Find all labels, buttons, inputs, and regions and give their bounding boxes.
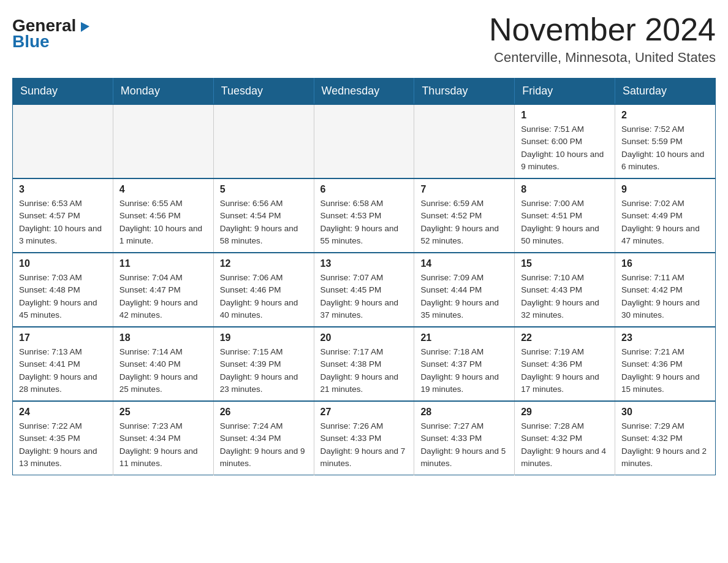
day-info: Sunrise: 6:55 AM Sunset: 4:56 PM Dayligh… xyxy=(119,197,207,247)
day-info: Sunrise: 7:09 AM Sunset: 4:44 PM Dayligh… xyxy=(420,272,508,321)
day-number: 21 xyxy=(420,332,508,343)
day-info: Sunrise: 7:11 AM Sunset: 4:42 PM Dayligh… xyxy=(621,272,709,321)
weekday-header-thursday: Thursday xyxy=(414,79,515,105)
month-title: November 2024 xyxy=(489,12,716,47)
calendar-cell: 10Sunrise: 7:03 AM Sunset: 4:48 PM Dayli… xyxy=(13,253,113,327)
day-info: Sunrise: 7:00 AM Sunset: 4:51 PM Dayligh… xyxy=(521,197,609,247)
calendar-header: SundayMondayTuesdayWednesdayThursdayFrid… xyxy=(13,79,716,105)
calendar-cell: 6Sunrise: 6:58 AM Sunset: 4:53 PM Daylig… xyxy=(314,178,414,253)
location: Centerville, Minnesota, United States xyxy=(489,50,716,66)
day-number: 14 xyxy=(420,258,508,269)
svg-marker-0 xyxy=(81,22,89,32)
day-info: Sunrise: 6:58 AM Sunset: 4:53 PM Dayligh… xyxy=(320,197,408,247)
calendar-week-2: 3Sunrise: 6:53 AM Sunset: 4:57 PM Daylig… xyxy=(13,178,716,253)
day-info: Sunrise: 7:15 AM Sunset: 4:39 PM Dayligh… xyxy=(220,346,308,396)
logo-blue: Blue xyxy=(12,32,50,52)
calendar-cell: 24Sunrise: 7:22 AM Sunset: 4:35 PM Dayli… xyxy=(13,401,113,475)
day-info: Sunrise: 7:29 AM Sunset: 4:32 PM Dayligh… xyxy=(621,420,709,470)
day-info: Sunrise: 7:14 AM Sunset: 4:40 PM Dayligh… xyxy=(119,346,207,396)
calendar-week-4: 17Sunrise: 7:13 AM Sunset: 4:41 PM Dayli… xyxy=(13,327,716,401)
weekday-header-sunday: Sunday xyxy=(13,79,113,105)
day-number: 16 xyxy=(621,258,709,269)
calendar-cell: 9Sunrise: 7:02 AM Sunset: 4:49 PM Daylig… xyxy=(615,178,716,253)
day-number: 17 xyxy=(19,332,107,343)
day-info: Sunrise: 7:28 AM Sunset: 4:32 PM Dayligh… xyxy=(521,420,609,470)
day-info: Sunrise: 7:10 AM Sunset: 4:43 PM Dayligh… xyxy=(521,272,609,321)
calendar-cell: 23Sunrise: 7:21 AM Sunset: 4:36 PM Dayli… xyxy=(615,327,716,401)
calendar-cell: 5Sunrise: 6:56 AM Sunset: 4:54 PM Daylig… xyxy=(213,178,314,253)
calendar-cell: 15Sunrise: 7:10 AM Sunset: 4:43 PM Dayli… xyxy=(515,253,615,327)
calendar-cell: 26Sunrise: 7:24 AM Sunset: 4:34 PM Dayli… xyxy=(213,401,314,475)
calendar-cell: 27Sunrise: 7:26 AM Sunset: 4:33 PM Dayli… xyxy=(314,401,414,475)
day-info: Sunrise: 7:17 AM Sunset: 4:38 PM Dayligh… xyxy=(320,346,408,396)
day-info: Sunrise: 6:53 AM Sunset: 4:57 PM Dayligh… xyxy=(19,197,107,247)
day-number: 13 xyxy=(320,258,408,269)
day-number: 23 xyxy=(621,332,709,343)
calendar-cell: 21Sunrise: 7:18 AM Sunset: 4:37 PM Dayli… xyxy=(414,327,515,401)
calendar-cell: 3Sunrise: 6:53 AM Sunset: 4:57 PM Daylig… xyxy=(13,178,113,253)
day-number: 2 xyxy=(621,110,709,121)
day-number: 20 xyxy=(320,332,408,343)
day-number: 12 xyxy=(220,258,308,269)
calendar-cell: 20Sunrise: 7:17 AM Sunset: 4:38 PM Dayli… xyxy=(314,327,414,401)
logo: General Blue xyxy=(12,12,92,52)
calendar-cell: 7Sunrise: 6:59 AM Sunset: 4:52 PM Daylig… xyxy=(414,178,515,253)
day-info: Sunrise: 6:59 AM Sunset: 4:52 PM Dayligh… xyxy=(420,197,508,247)
day-number: 9 xyxy=(621,184,709,195)
calendar-cell xyxy=(414,104,515,178)
calendar-cell xyxy=(13,104,113,178)
weekday-header-monday: Monday xyxy=(113,79,213,105)
day-number: 10 xyxy=(19,258,107,269)
day-info: Sunrise: 7:22 AM Sunset: 4:35 PM Dayligh… xyxy=(19,420,107,470)
calendar-cell: 8Sunrise: 7:00 AM Sunset: 4:51 PM Daylig… xyxy=(515,178,615,253)
calendar-cell: 18Sunrise: 7:14 AM Sunset: 4:40 PM Dayli… xyxy=(113,327,213,401)
day-number: 15 xyxy=(521,258,609,269)
day-number: 28 xyxy=(420,407,508,418)
calendar-week-5: 24Sunrise: 7:22 AM Sunset: 4:35 PM Dayli… xyxy=(13,401,716,475)
calendar-cell: 2Sunrise: 7:52 AM Sunset: 5:59 PM Daylig… xyxy=(615,104,716,178)
day-number: 30 xyxy=(621,407,709,418)
calendar-cell: 14Sunrise: 7:09 AM Sunset: 4:44 PM Dayli… xyxy=(414,253,515,327)
day-info: Sunrise: 7:27 AM Sunset: 4:33 PM Dayligh… xyxy=(420,420,508,470)
day-info: Sunrise: 6:56 AM Sunset: 4:54 PM Dayligh… xyxy=(220,197,308,247)
title-block: November 2024 Centerville, Minnesota, Un… xyxy=(489,12,716,66)
day-number: 18 xyxy=(119,332,207,343)
calendar-cell: 12Sunrise: 7:06 AM Sunset: 4:46 PM Dayli… xyxy=(213,253,314,327)
day-number: 1 xyxy=(521,110,609,121)
day-number: 29 xyxy=(521,407,609,418)
day-number: 3 xyxy=(19,184,107,195)
calendar-cell xyxy=(213,104,314,178)
day-number: 19 xyxy=(220,332,308,343)
calendar-week-1: 1Sunrise: 7:51 AM Sunset: 6:00 PM Daylig… xyxy=(13,104,716,178)
day-info: Sunrise: 7:21 AM Sunset: 4:36 PM Dayligh… xyxy=(621,346,709,396)
calendar-week-3: 10Sunrise: 7:03 AM Sunset: 4:48 PM Dayli… xyxy=(13,253,716,327)
calendar-cell xyxy=(314,104,414,178)
calendar-cell: 28Sunrise: 7:27 AM Sunset: 4:33 PM Dayli… xyxy=(414,401,515,475)
day-number: 11 xyxy=(119,258,207,269)
calendar-cell: 16Sunrise: 7:11 AM Sunset: 4:42 PM Dayli… xyxy=(615,253,716,327)
day-info: Sunrise: 7:03 AM Sunset: 4:48 PM Dayligh… xyxy=(19,272,107,321)
calendar-cell: 22Sunrise: 7:19 AM Sunset: 4:36 PM Dayli… xyxy=(515,327,615,401)
weekday-header-wednesday: Wednesday xyxy=(314,79,414,105)
calendar-cell: 11Sunrise: 7:04 AM Sunset: 4:47 PM Dayli… xyxy=(113,253,213,327)
day-info: Sunrise: 7:23 AM Sunset: 4:34 PM Dayligh… xyxy=(119,420,207,470)
calendar-cell: 17Sunrise: 7:13 AM Sunset: 4:41 PM Dayli… xyxy=(13,327,113,401)
day-info: Sunrise: 7:02 AM Sunset: 4:49 PM Dayligh… xyxy=(621,197,709,247)
day-number: 26 xyxy=(220,407,308,418)
day-info: Sunrise: 7:24 AM Sunset: 4:34 PM Dayligh… xyxy=(220,420,308,470)
day-number: 5 xyxy=(220,184,308,195)
weekday-header-saturday: Saturday xyxy=(615,79,716,105)
day-info: Sunrise: 7:18 AM Sunset: 4:37 PM Dayligh… xyxy=(420,346,508,396)
day-number: 25 xyxy=(119,407,207,418)
logo-triangle-icon xyxy=(78,20,92,33)
day-number: 22 xyxy=(521,332,609,343)
day-info: Sunrise: 7:07 AM Sunset: 4:45 PM Dayligh… xyxy=(320,272,408,321)
day-info: Sunrise: 7:26 AM Sunset: 4:33 PM Dayligh… xyxy=(320,420,408,470)
calendar-table: SundayMondayTuesdayWednesdayThursdayFrid… xyxy=(12,78,716,475)
day-number: 6 xyxy=(320,184,408,195)
day-info: Sunrise: 7:13 AM Sunset: 4:41 PM Dayligh… xyxy=(19,346,107,396)
page-header: General Blue November 2024 Centerville, … xyxy=(12,12,716,66)
day-info: Sunrise: 7:52 AM Sunset: 5:59 PM Dayligh… xyxy=(621,123,709,173)
day-number: 8 xyxy=(521,184,609,195)
calendar-cell: 30Sunrise: 7:29 AM Sunset: 4:32 PM Dayli… xyxy=(615,401,716,475)
